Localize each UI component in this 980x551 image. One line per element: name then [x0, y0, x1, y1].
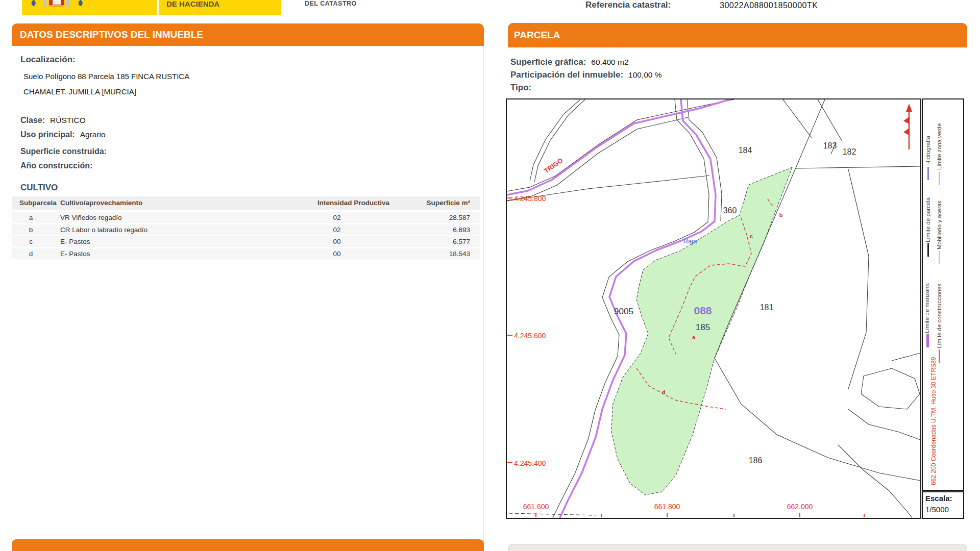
- legend-item-limite-construcciones: Límite de construcciones: [936, 268, 942, 348]
- legend-coordinate-note: 662.200 Coordenadas U.TM. Huso 30 ETRS89: [930, 352, 937, 485]
- superficie-construida-row: Superficie construida:: [20, 147, 112, 156]
- superficie-grafica-label: Superficie gráfica:: [510, 57, 586, 67]
- ministry-text: DE HACIENDA: [166, 0, 219, 8]
- cell-cultivo: CR Labor o labradío regadío: [60, 226, 148, 234]
- superficie-construida-label: Superficie construida:: [20, 147, 107, 156]
- escala-label: Escala:: [925, 494, 952, 503]
- map-label-181: 181: [760, 303, 774, 312]
- next-section-header-right: [508, 544, 967, 551]
- participacion-label: Participación del inmueble:: [510, 70, 623, 80]
- map-sublabel-c: c: [750, 233, 753, 239]
- col-intensidad: Intensidad Productiva: [317, 199, 389, 207]
- col-cultivo: Cultivo/aprovechamiento: [60, 199, 142, 207]
- north-arrow-icon: [903, 104, 912, 149]
- cell-intensidad: 00: [309, 250, 365, 258]
- map-coord-x1: 661.600: [523, 503, 549, 511]
- map-label-088: 088: [694, 305, 712, 316]
- map-label-183: 183: [823, 141, 837, 150]
- localizacion-label: Localización:: [20, 55, 76, 65]
- superficie-grafica-value: 60.400 m2: [591, 58, 628, 66]
- col-subparcela: Subparcela: [19, 199, 57, 207]
- right-panel-title: PARCELA: [514, 30, 560, 41]
- clase-label: Clase:: [20, 116, 45, 124]
- right-panel-header: PARCELA: [508, 23, 967, 47]
- localizacion-line1: Suelo Polígono 88 Parcela 185 FINCA RUST…: [23, 72, 189, 81]
- map-coord-y3: 4.245.400: [514, 459, 546, 467]
- map-sublabel-a: a: [692, 334, 696, 340]
- map-label-182: 182: [843, 147, 856, 156]
- cultivo-table-header: Subparcela Cultivo/aprovechamiento Inten…: [12, 196, 480, 210]
- cultivo-title: CULTIVO: [20, 183, 58, 193]
- map-label-186: 186: [749, 456, 763, 465]
- participacion-value: 100,00 %: [628, 70, 662, 79]
- legend-item-mobiliario: Mobiliario y aceras: [936, 182, 942, 249]
- map-label-9005: 9005: [614, 307, 633, 316]
- tipo-row: Tipo:: [510, 83, 536, 93]
- participacion-row: Participación del inmueble:100,00 %: [510, 70, 662, 80]
- cell-intensidad: 02: [309, 226, 365, 234]
- cell-intensidad: 00: [309, 238, 365, 245]
- legend-item-zona-verde: Límite zona verde: [936, 108, 942, 170]
- map-label-360: 360: [723, 206, 737, 215]
- map-sublabel-b: b: [779, 212, 783, 218]
- legend-item-limite-parcela: Límite de parcela: [925, 182, 931, 242]
- map-sublabel-d: d: [662, 389, 666, 395]
- map-legend: Hidrografía Límite zona verde Límite de …: [922, 98, 964, 491]
- clase-row: Clase:RÚSTICO: [20, 116, 86, 125]
- uso-value: Agrario: [80, 130, 106, 139]
- ano-construccion-row: Año construcción:: [20, 161, 97, 170]
- cadastral-map: 184 183 182 360 9005 088 185 181 186 a b…: [506, 98, 921, 519]
- hacienda-logo-block: DE HACIENDA: [159, 0, 281, 15]
- legend-swatch-limite-parcela: [927, 243, 929, 257]
- cell-subparcela: b: [12, 226, 50, 234]
- catastro-text: DEL CATASTRO: [305, 0, 357, 7]
- cultivo-row-d: d E- Pastos 00 18.543: [12, 248, 480, 259]
- legend-item-limite-manzana: Límite de manzana: [924, 268, 930, 333]
- map-label-185: 185: [696, 322, 710, 332]
- legend-swatch-limite-manzana: [926, 334, 929, 347]
- map-coord-y2: 4.245.600: [514, 332, 546, 340]
- cell-superficie: 28.587: [449, 214, 470, 221]
- localizacion-line2: CHAMALET. JUMILLA [MURCIA]: [23, 87, 136, 96]
- col-superficie: Superficie m²: [426, 199, 470, 207]
- map-coord-x3: 662.000: [787, 503, 813, 511]
- map-river-label-raja: Raja: [683, 237, 698, 245]
- cell-subparcela: a: [12, 214, 50, 221]
- escala-box: Escala: 1/5000: [922, 491, 964, 519]
- ano-construccion-label: Año construcción:: [20, 161, 92, 170]
- left-panel-title: DATOS DESCRIPTIVOS DEL INMUEBLE: [20, 29, 203, 40]
- legend-swatch-mobiliario: [939, 251, 940, 264]
- cultivo-row-b: b CR Labor o labradío regadío 02 6.693: [12, 224, 480, 235]
- legend-swatch-limite-construcciones: [939, 349, 940, 363]
- reference-value: 30022A088001850000TK: [720, 1, 818, 10]
- map-coord-y1: 4.245.800: [514, 194, 546, 203]
- spain-coat-of-arms-icon: [30, 0, 91, 9]
- legend-item-hidrografia: Hidrografía: [925, 108, 931, 165]
- cell-subparcela: d: [12, 250, 50, 258]
- clase-value: RÚSTICO: [50, 116, 86, 124]
- cell-intensidad: 02: [309, 214, 365, 221]
- tipo-label: Tipo:: [510, 83, 531, 92]
- map-label-184: 184: [739, 146, 752, 155]
- escala-value: 1/5000: [925, 505, 949, 514]
- cultivo-row-c: c E- Pastos 00 6.577: [12, 236, 480, 247]
- cell-cultivo: VR Viñedos regadío: [60, 214, 122, 221]
- map-coord-x2: 661.800: [654, 503, 680, 511]
- legend-swatch-hidrografia: [927, 167, 929, 180]
- cell-superficie: 18.543: [449, 250, 470, 258]
- reference-label: Referencia catastral:: [585, 0, 671, 10]
- uso-row: Uso principal:Agrario: [20, 130, 106, 139]
- next-section-header-left: [12, 539, 484, 551]
- cell-superficie: 6.577: [453, 238, 470, 245]
- cell-cultivo: E- Pastos: [60, 238, 90, 245]
- superficie-grafica-row: Superficie gráfica:60.400 m2: [510, 57, 629, 67]
- uso-label: Uso principal:: [20, 130, 75, 139]
- ministry-logo-block: [22, 0, 157, 15]
- cell-cultivo: E- Pastos: [60, 250, 90, 258]
- cell-subparcela: c: [12, 238, 50, 245]
- cultivo-row-a: a VR Viñedos regadío 02 28.587: [12, 212, 480, 223]
- cell-superficie: 6.693: [453, 226, 470, 234]
- left-panel-header: DATOS DESCRIPTIVOS DEL INMUEBLE: [12, 23, 484, 46]
